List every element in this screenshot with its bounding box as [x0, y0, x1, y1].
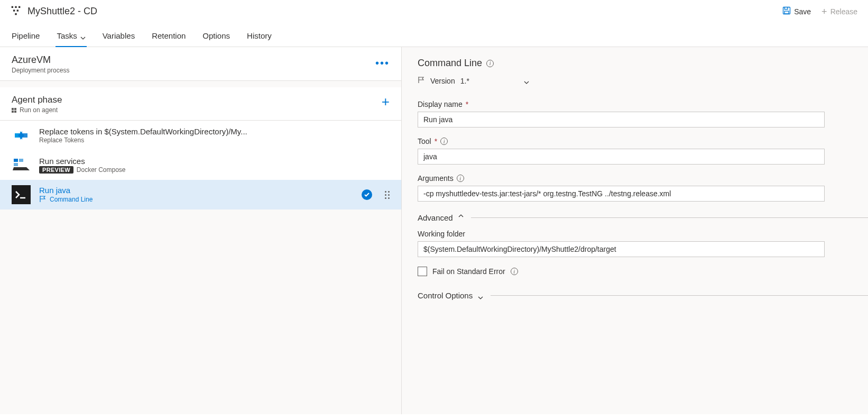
- task-title: Run services: [39, 157, 390, 166]
- fail-stderr-row: Fail on Standard Error i: [418, 267, 868, 276]
- task-title: Run java: [39, 186, 353, 195]
- task-title: Replace tokens in $(System.DefaultWorkin…: [39, 127, 390, 136]
- version-selector[interactable]: Version 1.*: [418, 76, 868, 85]
- svg-rect-8: [14, 159, 18, 162]
- process-sub: Deployment process: [12, 67, 69, 74]
- working-folder-label: Working folder: [418, 230, 868, 238]
- process-header[interactable]: AzureVM Deployment process •••: [0, 47, 401, 81]
- phase-sub: Run on agent: [12, 106, 62, 114]
- tab-label: Pipeline: [12, 31, 40, 40]
- arguments-group: Arguments i: [418, 174, 868, 202]
- arguments-input[interactable]: [418, 186, 825, 202]
- label-text: Arguments: [418, 174, 454, 183]
- task-texts: Run services PREVIEW Docker Compose: [39, 157, 390, 174]
- phase-title: Agent phase: [12, 95, 62, 105]
- task-sub-label: Docker Compose: [77, 166, 126, 174]
- save-button[interactable]: Save: [782, 6, 811, 16]
- selected-check-icon: [362, 189, 372, 200]
- control-options-section-header[interactable]: Control Options: [418, 291, 868, 300]
- display-name-label: Display name *: [418, 100, 868, 108]
- label-text: Working folder: [418, 230, 465, 238]
- task-texts: Replace tokens in $(System.DefaultWorkin…: [39, 127, 390, 144]
- flag-icon: [418, 76, 425, 85]
- working-folder-input[interactable]: [418, 241, 825, 257]
- chevron-down-icon: [478, 293, 483, 298]
- svg-rect-7: [784, 11, 789, 14]
- release-label: Release: [830, 7, 857, 16]
- required-indicator: *: [466, 100, 468, 108]
- svg-rect-2: [19, 6, 20, 8]
- left-pane: AzureVM Deployment process ••• Agent pha…: [0, 47, 402, 414]
- svg-rect-3: [13, 10, 15, 11]
- page-header: MyShuttle2 - CD Save + Release: [0, 0, 868, 21]
- info-icon[interactable]: i: [511, 268, 518, 275]
- display-name-input[interactable]: [418, 112, 825, 127]
- fail-stderr-checkbox[interactable]: [418, 267, 427, 276]
- page-title: MyShuttle2 - CD: [27, 6, 97, 17]
- more-actions-button[interactable]: •••: [375, 54, 390, 68]
- agent-icon: [12, 108, 16, 113]
- header-left: MyShuttle2 - CD: [11, 5, 97, 17]
- tab-variables[interactable]: Variables: [101, 26, 136, 47]
- version-value: 1.*: [460, 77, 529, 85]
- chevron-up-icon: [458, 215, 464, 221]
- save-icon: [782, 6, 791, 16]
- chevron-down-icon: [524, 78, 529, 84]
- tab-pipeline[interactable]: Pipeline: [11, 26, 41, 47]
- svg-rect-10: [14, 163, 18, 166]
- panel-title-text: Command Line: [418, 58, 482, 69]
- task-sub: PREVIEW Docker Compose: [39, 166, 390, 174]
- pipeline-logo-icon: [11, 5, 21, 17]
- task-texts: Run java Command Line: [39, 186, 353, 204]
- task-replace-tokens[interactable]: Replace tokens in $(System.DefaultWorkin…: [0, 121, 401, 150]
- section-label: Control Options: [418, 291, 473, 300]
- flag-icon: [39, 195, 47, 204]
- release-button[interactable]: + Release: [821, 7, 857, 16]
- tab-retention[interactable]: Retention: [151, 26, 187, 47]
- task-sub: Replace Tokens: [39, 136, 390, 144]
- task-run-services[interactable]: Run services PREVIEW Docker Compose: [0, 150, 401, 180]
- tab-options[interactable]: Options: [201, 26, 231, 47]
- svg-rect-4: [17, 10, 19, 11]
- tab-tasks[interactable]: Tasks: [56, 26, 86, 47]
- tab-label: Tasks: [57, 31, 77, 40]
- command-line-icon: [12, 185, 31, 204]
- svg-rect-9: [19, 159, 23, 162]
- drag-handle-icon[interactable]: [385, 191, 390, 199]
- phase-texts: Agent phase Run on agent: [12, 95, 62, 114]
- panel-title: Command Line i: [418, 58, 868, 69]
- label-text: Display name: [418, 100, 463, 108]
- fail-stderr-label: Fail on Standard Error: [432, 267, 505, 276]
- version-label: Version: [430, 77, 455, 85]
- header-actions: Save + Release: [782, 6, 857, 16]
- tool-input[interactable]: [418, 149, 825, 165]
- preview-badge: PREVIEW: [39, 166, 73, 174]
- arguments-label: Arguments i: [418, 174, 868, 183]
- tab-label: Retention: [152, 31, 186, 40]
- phase-sub-label: Run on agent: [20, 106, 58, 114]
- save-label: Save: [794, 7, 811, 16]
- working-folder-group: Working folder: [418, 230, 868, 257]
- tool-label: Tool * i: [418, 137, 868, 145]
- tab-label: Options: [202, 31, 230, 40]
- section-label: Advanced: [418, 213, 453, 222]
- info-icon[interactable]: i: [457, 175, 464, 182]
- svg-rect-5: [15, 13, 16, 15]
- phase-header[interactable]: Agent phase Run on agent +: [0, 87, 401, 121]
- advanced-section-header[interactable]: Advanced: [418, 213, 868, 222]
- tab-history[interactable]: History: [246, 26, 273, 47]
- content: AzureVM Deployment process ••• Agent pha…: [0, 47, 868, 414]
- tabs-nav: Pipeline Tasks Variables Retention Optio…: [0, 26, 868, 47]
- process-texts: AzureVM Deployment process: [12, 54, 69, 74]
- label-text: Tool: [418, 137, 431, 145]
- task-run-java[interactable]: Run java Command Line: [0, 180, 401, 210]
- right-pane: Command Line i Version 1.* Display name …: [402, 47, 868, 414]
- svg-rect-0: [12, 6, 13, 8]
- info-icon[interactable]: i: [486, 60, 494, 67]
- add-task-button[interactable]: +: [382, 95, 390, 108]
- tab-label: Variables: [103, 31, 135, 40]
- info-icon[interactable]: i: [440, 138, 448, 145]
- display-name-group: Display name *: [418, 100, 868, 127]
- tool-group: Tool * i: [418, 137, 868, 165]
- docker-compose-icon: [12, 156, 31, 175]
